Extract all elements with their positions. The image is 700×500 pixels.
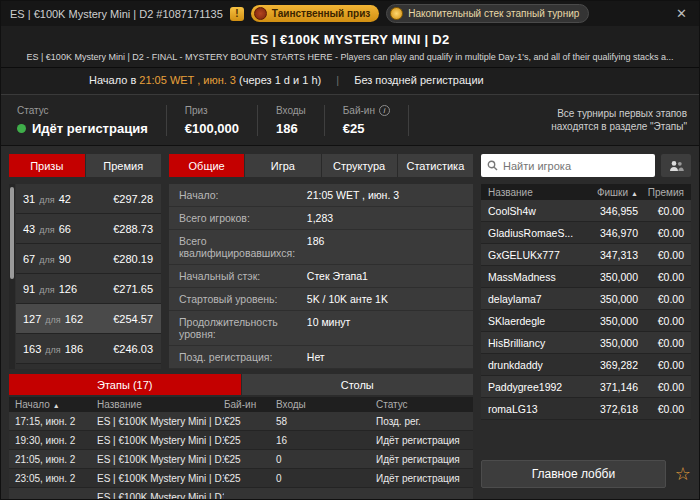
info-label: Всего игроков: [179,212,307,224]
prize-amount: €254.57 [113,313,153,325]
info-value: 5K / 10K анте 1K [307,293,463,305]
tab-game[interactable]: Игра [245,154,321,177]
prize-row[interactable]: 67для90 €280.19 [16,244,161,274]
stage-row[interactable]: 21:05, июн. 2 ES | €100K Mystery Mini | … [9,450,473,469]
player-name: drunkdaddy [488,359,580,371]
player-bounty: €0.00 [638,249,684,261]
start-time-row: Начало в 21:05 WET , июн. 3 (через 1 d и… [1,67,699,94]
info-label: Начальный стэк: [179,270,307,282]
stage-row[interactable]: 19:30, июн. 2 ES | €100K Mystery Mini | … [9,431,473,450]
stage-row[interactable]: 23:05, июн. 2 ES | €100K Mystery Mini | … [9,469,473,488]
stage-entries: 58 [276,416,376,427]
stage-row[interactable]: ES | €100K Mystery Mini | D1 [9,488,473,499]
prize-row[interactable]: 163для186 €246.03 [16,334,161,364]
prizes-scrollbar-thumb[interactable] [10,187,14,279]
player-row[interactable]: HisBrilliancy 350,000 €0.00 [481,332,691,354]
player-name: GxGELUKx777 [488,249,580,261]
info-tabs: Общие Игра Структура Статистика [169,154,473,177]
buyin-value: €25 [343,121,390,136]
stat-prize: Приз €100,000 [167,105,258,136]
prize-row[interactable]: 43для66 €288.73 [16,214,161,244]
player-chips: 350,000 [580,337,638,349]
accumulating-stack-badge-label: Накопительный стек этапный турнир [408,8,579,19]
player-row[interactable]: GladiusRomaeS... 346,970 €0.00 [481,222,691,244]
player-name: GladiusRomaeS... [488,227,580,239]
stages-tabs: Этапы (17) Столы [9,374,473,395]
player-row[interactable]: CoolSh4w 346,955 €0.00 [481,200,691,222]
tab-tables[interactable]: Столы [242,374,474,395]
prize-row[interactable]: 31для42 €297.28 [16,184,161,214]
stage-name: ES | €100K Mystery Mini | D1 [97,454,224,465]
players-list-button[interactable] [661,154,691,177]
player-bounty: €0.00 [638,227,684,239]
info-label: Всего квалифицировавшихся: [179,235,307,259]
players-header-name[interactable]: Название [488,187,580,198]
window-title: ES | €100K Mystery Mini | D2 #1087171135 [10,8,223,20]
player-chips: 350,000 [580,315,638,327]
prize-amount: €288.73 [113,223,153,235]
player-name: SKlaerdegle [488,315,580,327]
player-name: romaLG13 [488,403,580,415]
stage-buyin: €25 [224,435,276,446]
player-row[interactable]: SKlaerdegle 350,000 €0.00 [481,310,691,332]
left-column: Призы Премия Общие Игра Структура Статис… [9,154,473,499]
prize-range: 91для126 [23,283,77,295]
tournament-title: ES | €100K MYSTERY MINI | D2 [11,32,689,47]
player-row[interactable]: MassMadness 350,000 €0.00 [481,266,691,288]
stages-header-start[interactable]: Начало▲ [9,399,97,410]
stage-buyin: €25 [224,454,276,465]
player-row[interactable]: romaLG13 372,618 €0.00 [481,398,691,420]
tab-bounty[interactable]: Премия [86,154,162,177]
player-row[interactable]: GxGELUKx777 347,313 €0.00 [481,244,691,266]
tab-structure[interactable]: Структура [322,154,398,177]
player-row[interactable]: Paddygree1992 371,146 €0.00 [481,376,691,398]
player-chips: 350,000 [580,293,638,305]
sort-asc-icon: ▲ [631,190,638,197]
prize-row[interactable]: 91для126 €271.65 [16,274,161,304]
stage-entries: 0 [276,454,376,465]
stages-header-buyin[interactable]: Бай-ин [224,399,276,410]
player-chips: 369,282 [580,359,638,371]
player-bounty: €0.00 [638,337,684,349]
player-row[interactable]: delaylama7 350,000 €0.00 [481,288,691,310]
prize-row-selected[interactable]: 127для162 €254.57 [16,304,161,334]
prizes-scrollbar-track[interactable] [9,184,15,369]
players-header-bounty[interactable]: Премия [638,187,684,198]
tab-general[interactable]: Общие [169,154,245,177]
stages-header-status[interactable]: Статус [376,399,473,410]
tabs-row: Призы Премия Общие Игра Структура Статис… [9,154,473,177]
player-row[interactable]: drunkdaddy 369,282 €0.00 [481,354,691,376]
tab-statistics[interactable]: Статистика [398,154,473,177]
close-icon[interactable]: ✕ [673,6,690,21]
search-box[interactable] [481,154,655,177]
prize-range: 67для90 [23,253,71,265]
tab-stages[interactable]: Этапы (17) [9,374,242,395]
stage-start: 21:05, июн. 2 [9,454,97,465]
stage-row[interactable]: 17:15, июн. 2 ES | €100K Mystery Mini | … [9,412,473,431]
info-row: Продолжительность уровня: 10 минут [169,311,473,346]
favorite-star-icon[interactable]: ☆ [675,465,691,483]
prize-amount: €297.28 [113,193,153,205]
tab-prizes[interactable]: Призы [9,154,86,177]
stage-name: ES | €100K Mystery Mini | D1 [97,416,224,427]
stage-entries: 0 [276,473,376,484]
stages-header-name[interactable]: Название [97,399,224,410]
info-row: Всего игроков: 1,283 [169,207,473,230]
main-lobby-button[interactable]: Главное лобби [481,460,666,488]
search-input[interactable] [503,160,649,172]
player-name: delaylama7 [488,293,580,305]
prize-tabs: Призы Премия [9,154,161,177]
stat-buyin: Бай-инi €25 [325,105,409,136]
players-header-chips[interactable]: Фишки▲ [580,187,638,198]
stages-note: Все турниры первых этапов находятся в ра… [519,107,687,134]
stages-header-entries[interactable]: Входы [276,399,376,410]
stage-status: Идёт регистрация [376,473,473,484]
status-value: Идёт регистрация [32,121,148,136]
prize-value: €100,000 [185,121,239,136]
player-chips: 346,970 [580,227,638,239]
info-row: Начальный стэк: Стек Этапа1 [169,265,473,288]
info-icon[interactable]: i [379,105,390,116]
stages-table-header: Начало▲ Название Бай-ин Входы Статус [9,397,473,412]
player-bounty: €0.00 [638,381,684,393]
players-icon [669,160,684,172]
